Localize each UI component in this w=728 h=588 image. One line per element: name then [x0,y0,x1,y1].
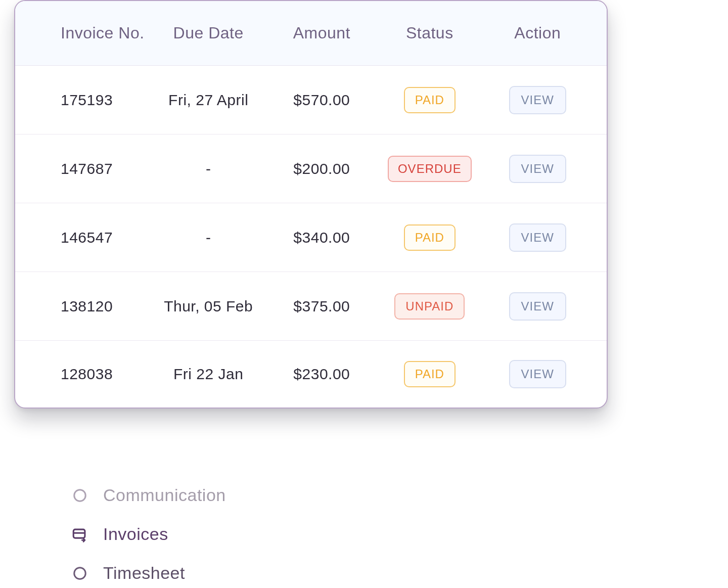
svg-point-3 [74,567,86,579]
invoice-table-card: Invoice No. Due Date Amount Status Actio… [14,0,608,409]
cell-status: PAID [376,224,483,251]
view-button[interactable]: VIEW [509,360,566,388]
table-row: 175193 Fri, 27 April $570.00 PAID VIEW [15,66,607,134]
cell-action: VIEW [484,292,592,321]
circle-outline-icon [71,564,89,582]
cell-due-date: - [149,160,268,177]
status-badge: OVERDUE [388,156,472,182]
cell-amount: $570.00 [268,92,376,109]
background-nav: Communication Invoices Timesheet [71,485,226,583]
sidebar-item-label: Invoices [103,524,168,544]
cell-invoice-no: 146547 [30,229,149,246]
svg-point-0 [74,489,86,501]
table-row: 128038 Fri 22 Jan $230.00 PAID VIEW [15,341,607,408]
sidebar-item-communication[interactable]: Communication [71,485,226,505]
cell-status: PAID [376,87,483,113]
cell-action: VIEW [484,86,592,114]
invoice-icon [71,525,89,544]
cell-invoice-no: 138120 [30,298,149,315]
cell-status: PAID [376,361,483,387]
cell-due-date: Fri, 27 April [149,92,268,109]
col-header-invoice-no: Invoice No. [30,24,149,42]
cell-amount: $200.00 [268,160,376,177]
view-button[interactable]: VIEW [509,223,566,252]
sidebar-item-timesheet[interactable]: Timesheet [71,563,226,583]
cell-invoice-no: 175193 [30,92,149,109]
view-button[interactable]: VIEW [509,86,566,114]
cell-amount: $375.00 [268,298,376,315]
cell-status: OVERDUE [376,156,483,182]
view-button[interactable]: VIEW [509,155,566,183]
circle-outline-icon [71,486,89,505]
cell-action: VIEW [484,155,592,183]
status-badge: UNPAID [394,293,465,320]
cell-due-date: Fri 22 Jan [149,366,268,383]
col-header-due-date: Due Date [149,24,268,42]
sidebar-item-label: Communication [103,485,226,505]
table-body: 175193 Fri, 27 April $570.00 PAID VIEW 1… [15,66,607,408]
cell-amount: $340.00 [268,229,376,246]
cell-action: VIEW [484,360,592,388]
cell-due-date: Thur, 05 Feb [149,298,268,315]
col-header-amount: Amount [268,24,376,42]
cell-invoice-no: 147687 [30,160,149,177]
table-header-row: Invoice No. Due Date Amount Status Actio… [15,1,607,66]
table-row: 138120 Thur, 05 Feb $375.00 UNPAID VIEW [15,272,607,341]
cell-status: UNPAID [376,293,483,320]
cell-invoice-no: 128038 [30,366,149,383]
cell-amount: $230.00 [268,366,376,383]
view-button[interactable]: VIEW [509,292,566,321]
status-badge: PAID [404,224,456,251]
col-header-status: Status [376,24,483,42]
table-row: 146547 - $340.00 PAID VIEW [15,203,607,272]
table-row: 147687 - $200.00 OVERDUE VIEW [15,134,607,203]
status-badge: PAID [404,87,456,113]
sidebar-item-invoices[interactable]: Invoices [71,524,226,544]
status-badge: PAID [404,361,456,387]
sidebar-item-label: Timesheet [103,563,185,583]
col-header-action: Action [484,24,592,42]
cell-due-date: - [149,229,268,246]
cell-action: VIEW [484,223,592,252]
